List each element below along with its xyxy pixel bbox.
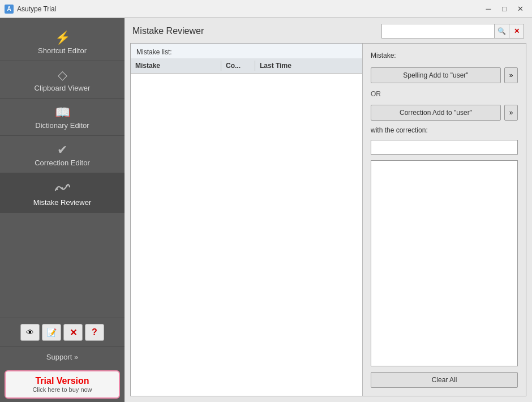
col-count-header: Co... xyxy=(221,61,255,71)
support-button[interactable]: Support » xyxy=(0,347,125,367)
spelling-add-button[interactable]: Spelling Add to "user" xyxy=(371,67,501,83)
sidebar-item-dictionary-editor[interactable]: 📖 Dictionary Editor xyxy=(0,99,125,136)
sidebar: ⚡ Shortcut Editor ◇ Clipboard Viewer 📖 D… xyxy=(0,18,125,402)
table-body xyxy=(131,74,362,396)
correction-row: Correction Add to "user" » xyxy=(371,105,518,121)
sidebar-label-clipboard: Clipboard Viewer xyxy=(35,84,91,92)
spelling-arrow-button[interactable]: » xyxy=(504,67,518,83)
correction-textarea[interactable] xyxy=(371,160,518,366)
sidebar-toolbar: 👁 📝 ✕ ? xyxy=(0,318,125,347)
correction-input[interactable] xyxy=(371,140,518,155)
sidebar-label-shortcut: Shortcut Editor xyxy=(38,46,87,55)
dictionary-icon: 📖 xyxy=(55,106,70,119)
view-button[interactable]: 👁 xyxy=(20,324,40,341)
or-label: OR xyxy=(371,89,518,99)
panel-header: Mistake Reviewer 🔍 ✕ xyxy=(125,18,532,43)
window-controls: ─ □ ✕ xyxy=(481,3,527,15)
svg-point-2 xyxy=(66,185,68,187)
correction-icon: ✔ xyxy=(57,144,67,156)
maximize-button[interactable]: □ xyxy=(497,3,512,15)
with-correction-label: with the correction: xyxy=(371,126,518,134)
main-container: ⚡ Shortcut Editor ◇ Clipboard Viewer 📖 D… xyxy=(0,18,532,402)
mistake-list-panel: Mistake list: Mistake Co... Last Time xyxy=(131,44,363,396)
panel-title: Mistake Reviewer xyxy=(132,26,204,36)
table-header: Mistake Co... Last Time xyxy=(131,58,362,74)
clipboard-icon: ◇ xyxy=(58,69,67,82)
col-mistake-header: Mistake xyxy=(131,61,221,71)
panel-body: Mistake list: Mistake Co... Last Time Mi… xyxy=(130,43,526,396)
clear-all-button[interactable]: Clear All xyxy=(371,372,518,388)
minimize-button[interactable]: ─ xyxy=(481,3,496,15)
app-icon: A xyxy=(5,5,14,14)
correction-add-button[interactable]: Correction Add to "user" xyxy=(371,105,501,121)
close-button[interactable]: ✕ xyxy=(513,3,527,15)
search-bar: 🔍 ✕ xyxy=(381,24,524,39)
close-search-button[interactable]: ✕ xyxy=(509,24,524,39)
search-button[interactable]: 🔍 xyxy=(495,24,509,39)
close-icon: ✕ xyxy=(514,27,520,35)
window-title: Asutype Trial xyxy=(17,5,481,13)
sidebar-label-correction: Correction Editor xyxy=(35,159,90,167)
sidebar-item-shortcut-editor[interactable]: ⚡ Shortcut Editor xyxy=(0,24,125,61)
mistake-list-header: Mistake list: xyxy=(131,44,362,58)
trial-banner[interactable]: Trial Version Click here to buy now xyxy=(5,370,120,399)
sidebar-label-dictionary: Dictionary Editor xyxy=(35,121,89,130)
sidebar-item-clipboard-viewer[interactable]: ◇ Clipboard Viewer xyxy=(0,61,125,99)
sidebar-item-correction-editor[interactable]: ✔ Correction Editor xyxy=(0,136,125,173)
svg-point-0 xyxy=(57,189,58,190)
mistake-label: Mistake: xyxy=(371,52,518,59)
sidebar-nav: ⚡ Shortcut Editor ◇ Clipboard Viewer 📖 D… xyxy=(0,18,125,318)
mistake-icon xyxy=(54,181,70,196)
correction-arrow-button[interactable]: » xyxy=(504,105,518,121)
help-icon: ? xyxy=(92,327,97,337)
search-input[interactable] xyxy=(381,24,495,39)
trial-subtitle: Click here to buy now xyxy=(10,386,114,393)
eye-icon: 👁 xyxy=(26,328,34,337)
svg-point-1 xyxy=(62,187,63,189)
edit-button[interactable]: 📝 xyxy=(42,324,61,341)
help-button[interactable]: ? xyxy=(85,324,104,341)
sidebar-item-mistake-reviewer[interactable]: Mistake Reviewer xyxy=(0,173,125,213)
title-bar: A Asutype Trial ─ □ ✕ xyxy=(0,0,532,18)
delete-icon: ✕ xyxy=(70,327,77,338)
right-panel: Mistake: Spelling Add to "user" » OR Cor… xyxy=(363,44,526,396)
spelling-row: Spelling Add to "user" » xyxy=(371,67,518,83)
content-area: Mistake Reviewer 🔍 ✕ Mistake list: Mista… xyxy=(125,18,532,402)
edit-icon: 📝 xyxy=(47,328,57,337)
sidebar-label-mistake: Mistake Reviewer xyxy=(33,198,92,207)
trial-title: Trial Version xyxy=(10,376,114,386)
col-time-header: Last Time xyxy=(255,61,362,71)
search-icon: 🔍 xyxy=(497,27,506,35)
delete-button[interactable]: ✕ xyxy=(63,324,83,341)
shortcut-icon: ⚡ xyxy=(55,32,70,44)
